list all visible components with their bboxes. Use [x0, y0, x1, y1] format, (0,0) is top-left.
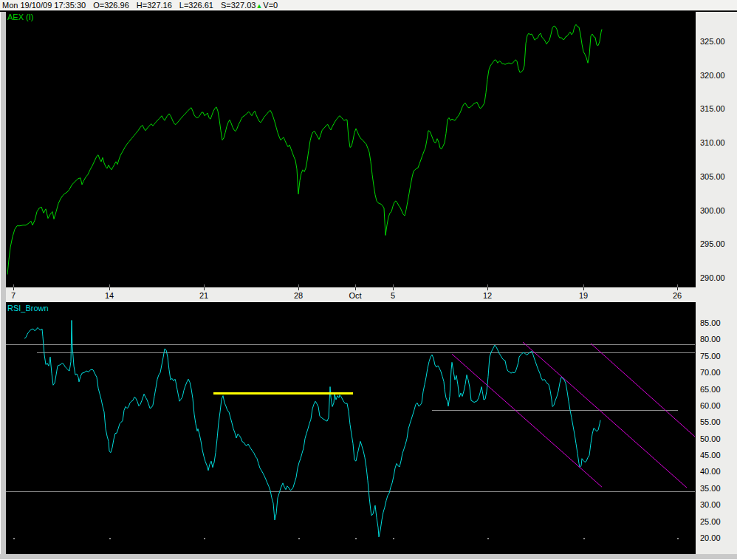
- rsi-axis-label: 70.00: [700, 368, 721, 377]
- date-label: 14: [93, 291, 126, 300]
- rsi-bottom-dot: [393, 538, 394, 539]
- rsi-axis-label: 65.00: [700, 385, 721, 394]
- date-label: 21: [188, 291, 220, 300]
- quote-header: Mon 19/10/09 17:35:30O=326.96H=327.16L=3…: [0, 0, 737, 11]
- quote-volume: V=0: [263, 1, 278, 10]
- rsi-bottom-dot: [204, 538, 205, 539]
- rsi-axis-label: 30.00: [700, 500, 721, 509]
- price-axis-label: 295.00: [700, 239, 725, 248]
- quote-open: O=326.96: [93, 1, 129, 10]
- date-label: Oct: [339, 291, 371, 300]
- window-frame-left: [0, 12, 6, 560]
- rsi-axis-label: 60.00: [700, 401, 721, 410]
- rsi-axis-label: 80.00: [700, 335, 721, 344]
- rsi-axis-label: 20.00: [700, 533, 721, 542]
- rsi-axis-label: 85.00: [700, 318, 721, 327]
- rsi-chart-canvas: [6, 302, 695, 554]
- date-tick: [677, 287, 678, 290]
- rsi-axis-label: 25.00: [700, 517, 721, 526]
- price-axis-label: 305.00: [700, 172, 725, 181]
- date-tick: [583, 287, 584, 290]
- price-chart-title: AEX (I): [7, 13, 33, 21]
- magenta-trend-line: [452, 354, 602, 487]
- price-axis-label: 325.00: [700, 37, 725, 46]
- quote-low: L=326.61: [179, 1, 213, 10]
- date-label: 7: [0, 291, 30, 300]
- up-triangle-icon: ▲: [256, 2, 262, 10]
- date-label: 28: [282, 291, 315, 300]
- rsi-bottom-dot: [677, 538, 679, 539]
- quote-high: H=327.16: [137, 1, 172, 10]
- date-tick: [298, 287, 299, 290]
- rsi-axis-label: 35.00: [700, 484, 721, 493]
- price-axis-label: 290.00: [700, 273, 725, 282]
- price-axis-label: 310.00: [700, 138, 725, 147]
- date-tick: [355, 287, 356, 290]
- trading-chart-window: Mon 19/10/09 17:35:30O=326.96H=327.16L=3…: [0, 0, 737, 560]
- magenta-trend-line: [591, 344, 695, 437]
- rsi-axis-label: 45.00: [700, 451, 721, 460]
- price-axis-label: 315.00: [700, 104, 725, 113]
- rsi-axis-label: 75.00: [700, 352, 721, 361]
- rsi-bottom-dot: [355, 538, 357, 539]
- price-chart-canvas: [6, 12, 695, 287]
- window-frame-bottom: [0, 554, 737, 560]
- quote-datetime: Mon 19/10/09 17:35:30: [2, 1, 86, 10]
- price-axis-label: 300.00: [700, 206, 725, 215]
- rsi-chart-panel[interactable]: [6, 302, 695, 554]
- magenta-trend-line: [523, 342, 687, 488]
- date-label: 5: [377, 291, 409, 300]
- rsi-bottom-dot: [13, 538, 15, 539]
- price-axis-label: 320.00: [700, 71, 725, 80]
- date-tick: [109, 287, 110, 290]
- rsi-bottom-dot: [487, 538, 489, 539]
- rsi-bottom-dot: [298, 538, 300, 539]
- rsi-axis-label: 40.00: [700, 467, 721, 476]
- price-chart-panel[interactable]: [6, 12, 695, 287]
- date-label: 12: [471, 291, 504, 300]
- date-tick: [393, 287, 394, 290]
- date-tick: [204, 287, 205, 290]
- date-tick: [487, 287, 488, 290]
- date-label: 19: [567, 291, 600, 300]
- rsi-bottom-dot: [583, 538, 585, 539]
- date-label: 26: [661, 291, 693, 300]
- date-tick: [13, 287, 14, 290]
- rsi-axis-label: 50.00: [700, 434, 721, 443]
- quote-settle: S=327.03: [221, 1, 256, 10]
- rsi-axis-label: 55.00: [700, 417, 721, 426]
- rsi-bottom-dot: [109, 538, 111, 539]
- rsi-chart-title: RSI_Brown: [7, 304, 49, 313]
- price-line-series: [7, 24, 602, 274]
